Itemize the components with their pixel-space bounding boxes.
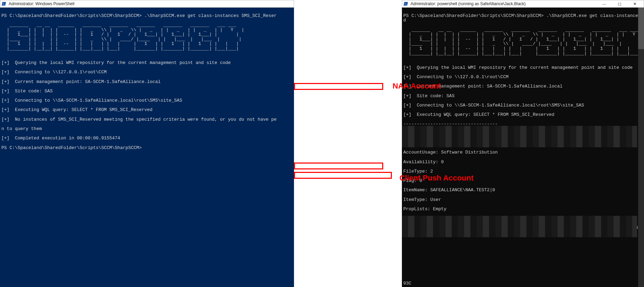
powershell-icon: >_ [2,1,7,6]
svg-text:>_: >_ [3,2,6,6]
powershell-icon: >_ [404,1,408,6]
term-line: FileType: 2 [403,169,433,174]
right-titlebar[interactable]: >_ Administrator: powershell (running as… [402,0,644,8]
left-cmd: PS C:\Spaceland\SharedFolder\Scripts\SCC… [1,13,277,18]
redacted-block-1 [402,126,637,147]
left-ascii-logo: _______ __ __ ______ _______ _______ ___… [1,22,244,51]
right-ascii-logo: _______ __ __ ______ _______ _______ ___… [403,27,644,56]
left-powershell-window: >_ Administrator: Windows PowerShell PS … [0,0,294,287]
term-line: [+] Connecting to \\SA-SCCM-1.SafeAllian… [403,103,584,108]
redacted-block-2 [402,216,637,237]
scrollbar-thumb[interactable] [638,8,644,49]
term-line: [+] Connecting to \\127.0.0.1\root\CCM [403,74,508,80]
left-line: [+] Executing WQL query: SELECT * FROM S… [1,107,153,112]
left-line: [+] Site code: SAS [1,89,53,94]
annotation-push: Client Push Account [399,174,473,183]
right-window-title: Administrator: powershell (running as Sa… [411,1,597,6]
left-line: [+] Current management point: SA-SCCM-1.… [1,79,160,84]
term-line: Availability: 0 [403,159,444,165]
right-terminal[interactable]: PS C:\Spaceland\SharedFolder\Scripts\SCC… [402,8,644,287]
annotation-naa: NAA Account [393,82,441,91]
close-button[interactable]: ✕ [627,0,642,7]
left-prompt[interactable]: PS C:\Spaceland\SharedFolder\Scripts\SCC… [1,145,142,150]
left-line: [+] Connecting to \\127.0.0.1\root\CCM [1,70,107,75]
term-line: [+] Executing WQL query: SELECT * FROM S… [403,112,554,117]
highlight-push-accountusage [294,172,392,179]
left-terminal[interactable]: PS C:\Spaceland\SharedFolder\Scripts\SCC… [0,8,294,287]
maximize-button[interactable]: ▢ [612,0,627,7]
right-cmd: PS C:\Spaceland\SharedFolder\Scripts\SCC… [403,13,644,23]
svg-text:>_: >_ [405,2,407,6]
left-window-title: Administrator: Windows PowerShell [9,1,292,6]
term-line: PropLists: Empty [403,206,447,212]
term-line: 93C [403,281,411,286]
right-scrollbar[interactable] [638,8,644,287]
left-line: [+] Connecting to \\SA-SCCM-1.SafeAllian… [1,98,182,103]
left-line: [+] No instances of SMS_SCI_Reserved mee… [1,117,277,122]
account-usage-naa: AccountUsage: Software Distribution [403,150,498,155]
right-powershell-window: >_ Administrator: powershell (running as… [402,0,644,287]
minimize-button[interactable]: — [597,0,612,7]
highlight-username [294,163,383,169]
left-line: [+] Querying the local WMI repository fo… [1,60,231,65]
term-line: ItemName: SAFEALLIANCE\NAA.TEST2|0 [403,187,495,193]
term-line: [+] Querying the local WMI repository fo… [403,65,633,70]
term-line: ItemType: User [403,197,441,202]
term-line: [+] Site code: SAS [403,93,454,99]
left-titlebar[interactable]: >_ Administrator: Windows PowerShell [0,0,294,8]
left-line: [+] Completed execution in 00:00:00.9155… [1,136,120,141]
highlight-naa-accountusage [294,83,383,90]
left-line: n to query them [1,126,42,131]
